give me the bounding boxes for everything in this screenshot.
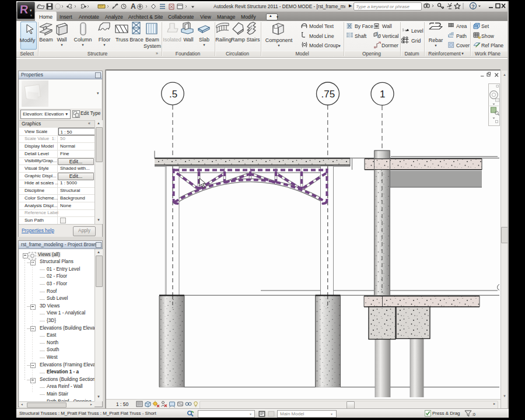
- svg-text:.5: .5: [169, 89, 177, 100]
- svg-text::0: :0: [472, 412, 475, 416]
- svg-text:1: 1: [380, 89, 385, 100]
- svg-text:A: A: [131, 2, 136, 10]
- svg-text:.75: .75: [321, 89, 335, 100]
- svg-text:?: ?: [471, 4, 475, 9]
